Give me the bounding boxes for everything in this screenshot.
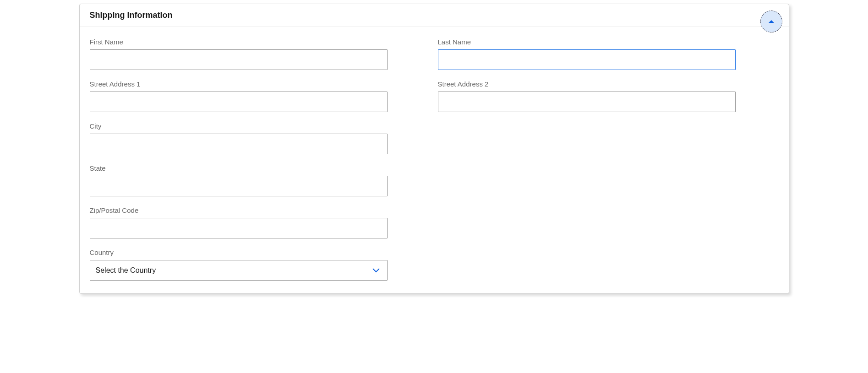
first-name-label: First Name: [90, 38, 388, 46]
last-name-label: Last Name: [438, 38, 736, 46]
form-row: Zip/Postal Code: [90, 206, 779, 238]
form-row: City: [90, 122, 779, 154]
form-row: State: [90, 164, 779, 196]
last-name-group: Last Name: [438, 38, 736, 70]
last-name-input[interactable]: [438, 49, 736, 70]
street-address-2-label: Street Address 2: [438, 80, 736, 88]
zip-label: Zip/Postal Code: [90, 206, 388, 214]
state-label: State: [90, 164, 388, 172]
panel-body: First Name Last Name Street Address 1 St…: [80, 27, 789, 293]
zip-input[interactable]: [90, 218, 388, 238]
collapse-button[interactable]: [760, 11, 782, 32]
street-address-1-group: Street Address 1: [90, 80, 388, 112]
city-input[interactable]: [90, 134, 388, 154]
country-select[interactable]: Select the Country: [90, 260, 388, 281]
country-select-wrapper: Select the Country: [90, 260, 388, 281]
caret-up-icon: [768, 19, 775, 24]
street-address-1-label: Street Address 1: [90, 80, 388, 88]
country-label: Country: [90, 249, 388, 256]
street-address-2-group: Street Address 2: [438, 80, 736, 112]
street-address-1-input[interactable]: [90, 92, 388, 112]
city-label: City: [90, 122, 388, 130]
zip-group: Zip/Postal Code: [90, 206, 388, 238]
panel-title: Shipping Information: [90, 11, 173, 20]
form-row: First Name Last Name: [90, 38, 779, 70]
panel-header: Shipping Information: [80, 4, 789, 27]
country-group: Country Select the Country: [90, 249, 388, 281]
street-address-2-input[interactable]: [438, 92, 736, 112]
state-input[interactable]: [90, 176, 388, 196]
form-row: Country Select the Country: [90, 249, 779, 281]
form-row: Street Address 1 Street Address 2: [90, 80, 779, 112]
shipping-information-panel: Shipping Information First Name Last Nam…: [79, 4, 789, 294]
city-group: City: [90, 122, 388, 154]
state-group: State: [90, 164, 388, 196]
first-name-input[interactable]: [90, 49, 388, 70]
first-name-group: First Name: [90, 38, 388, 70]
